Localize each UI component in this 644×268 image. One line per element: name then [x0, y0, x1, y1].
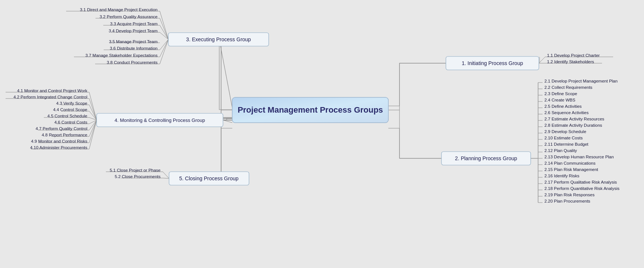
- sub-planning-2-3: 2.3 Define Scope: [544, 91, 577, 96]
- sub-executing-3-5: 3.5 Manage Project Team: [109, 39, 158, 44]
- sub-monitoring-4-1: 4.1 Monitor and Control Project Work: [17, 88, 87, 93]
- sub-planning-2-7: 2.7 Estimate Activity Resources: [544, 117, 604, 121]
- sub-planning-2-6: 2.6 Sequence Activities: [544, 110, 589, 115]
- sub-planning-2-2: 2.2 Collect Requirements: [544, 85, 592, 90]
- sub-monitoring-4-7: 4.7 Perform Quality Control: [36, 126, 87, 131]
- initiating-node-label-2: 1. Initiating Process Group: [462, 60, 523, 66]
- sub-closing-5-2: 5.2 Close Procurements: [115, 174, 161, 179]
- sub-closing-5-1: 5.1 Close Project or Phase: [110, 168, 161, 172]
- sub-planning-2-13: 2.13 Develop Human Resource Plan: [544, 155, 614, 159]
- sub-planning-2-1: 2.1 Develop Project Management Plan: [544, 79, 618, 83]
- sub-monitoring-4-3: 4.3 Verify Scope: [56, 101, 87, 106]
- sub-monitoring-4-6: 4.6 Control Costs: [54, 120, 87, 125]
- sub-planning-2-16: 2.16 Identify Risks: [544, 174, 579, 178]
- sub-executing-3-7: 3.7 Manage Stakeholder Expectations: [85, 53, 158, 58]
- sub-executing-3-1: 3.1 Direct and Manage Project Execution: [80, 7, 158, 12]
- sub-initiating-1-1: 1.1 Develop Project Charter: [547, 53, 600, 58]
- sub-planning-2-10: 2.10 Estimate Costs: [544, 136, 583, 140]
- closing-node-label-2: 5. Closing Process Group: [179, 175, 239, 181]
- sub-planning-2-18: 2.18 Perform Quantitative Risk Analysis: [544, 186, 619, 191]
- sub-monitoring-4-4: 4.4 Control Scope: [53, 107, 87, 112]
- sub-initiating-1-2: 1.2 Identify Stakeholders: [547, 59, 594, 64]
- sub-planning-2-9: 2.9 Develop Schedule: [544, 129, 586, 134]
- sub-executing-3-8: 3.8 Conduct Procurements: [107, 60, 158, 65]
- sub-planning-2-17: 2.17 Perform Qualitative Risk Analysis: [544, 180, 617, 184]
- executing-node-label-2: 3. Executing Process Group: [186, 36, 251, 42]
- sub-planning-2-14: 2.14 Plan Communications: [544, 161, 596, 165]
- planning-node-label-2: 2. Planning Process Group: [455, 155, 517, 161]
- center-title-2: Project Management Process Groups: [237, 105, 383, 114]
- sub-executing-3-4: 3.4 Develop Project Team: [109, 29, 158, 33]
- sub-executing-3-3: 3.3 Acquire Project Team: [110, 22, 158, 26]
- sub-executing-3-2: 3.2 Perform Quality Assurance: [100, 14, 158, 19]
- sub-planning-2-19: 2.19 Plan Risk Responses: [544, 193, 595, 197]
- sub-monitoring-4-5: 4.5 Control Schedule: [48, 114, 87, 118]
- monitoring-node-label-2: 4. Monitoring & Controlling Process Grou…: [114, 117, 205, 123]
- sub-planning-2-4: 2.4 Create WBS: [544, 98, 575, 102]
- sub-monitoring-4-10: 4.10 Administer Procurements: [30, 145, 87, 150]
- sub-monitoring-4-8: 4.8 Report Performance: [42, 133, 87, 137]
- sub-planning-2-5: 2.5 Define Activities: [544, 104, 582, 109]
- sub-planning-2-12: 2.12 Plan Quality: [544, 148, 577, 153]
- svg-rect-0: [0, 0, 644, 268]
- sub-monitoring-4-9: 4.9 Monitor and Control Risks: [31, 139, 88, 143]
- sub-planning-2-11: 2.11 Determine Budget: [544, 142, 589, 146]
- sub-planning-2-8: 2.8 Estimate Activity Durations: [544, 123, 602, 127]
- sub-planning-2-15: 2.15 Plan Risk Management: [544, 167, 598, 172]
- sub-monitoring-4-2: 4.2 Perform Integrated Change Control: [13, 95, 87, 99]
- sub-planning-2-20: 2.20 Plan Procurements: [544, 199, 590, 203]
- sub-executing-3-6: 3.6 Distribute Information: [110, 46, 158, 51]
